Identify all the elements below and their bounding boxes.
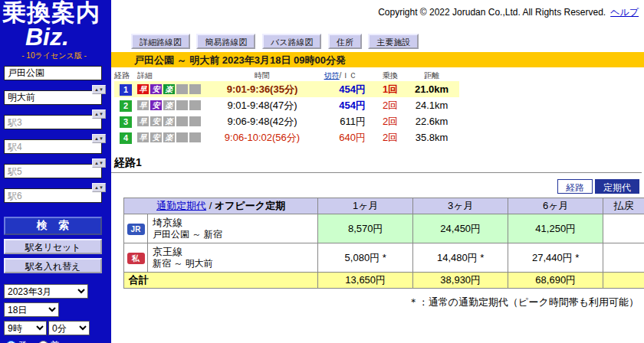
- page: 乗換案内 Biz. - 10ライセンス版 - ▲▼ ▲▼ ▲▼ ▲▼ ▲▼ 検 …: [0, 0, 644, 343]
- route-badges: 早 安 楽: [137, 100, 217, 110]
- header-sep: /: [206, 200, 215, 211]
- col-refund: 払戻: [603, 198, 644, 214]
- route-row-2[interactable]: 2 早 安 楽 9:01-9:48(47分) 454円 2回 24.1km: [114, 97, 459, 113]
- line-cell: 埼京線 戸田公園 ～ 新宿: [148, 214, 318, 243]
- swap-updown-icon[interactable]: ▲▼: [92, 85, 106, 94]
- inactive-badge-icon: [189, 116, 201, 126]
- commuter-pass-link[interactable]: 通勤定期代: [156, 200, 206, 211]
- facility-button[interactable]: 主要施設: [368, 34, 419, 49]
- route-number: 4: [120, 132, 132, 144]
- station-input-1[interactable]: [4, 66, 102, 80]
- logo-text: 乗換案内: [2, 1, 111, 25]
- license-label: - 10ライセンス版 -: [2, 51, 106, 61]
- col-route: 経路: [114, 70, 137, 81]
- col-fare: 切符/ＩＣ: [307, 70, 373, 81]
- minute-select[interactable]: 0分: [48, 321, 90, 335]
- inactive-badge-icon: [176, 84, 188, 94]
- swap-updown-icon[interactable]: ▲▼: [92, 158, 106, 168]
- route-row-3[interactable]: 3 早 安 楽 9:06-9:48(42分) 611円 2回 22.6km: [114, 113, 459, 129]
- station-input-4[interactable]: [4, 139, 102, 154]
- arrive-radio-label[interactable]: 着: [38, 340, 60, 343]
- route-fare: 454円: [307, 99, 373, 113]
- fare-1month: 5,080円 *: [318, 243, 413, 273]
- depart-arrive-group: 発 着: [6, 339, 111, 343]
- depart-radio-label[interactable]: 発: [6, 340, 28, 343]
- main-area: Copyright © 2022 Jorudan Co.,Ltd. All Ri…: [111, 0, 644, 343]
- total-3month: 38,930円: [413, 273, 508, 289]
- fast-badge-icon: 早: [137, 84, 149, 94]
- bus-map-button[interactable]: バス路線図: [262, 34, 322, 49]
- section-divider: [111, 172, 642, 173]
- footnote: ＊：通常の通勤定期代（ピーク時間帯も利用可能）: [111, 296, 639, 309]
- inactive-badge-icon: [189, 84, 201, 94]
- pass-type-header: 通勤定期代 / オフピーク定期: [124, 198, 318, 214]
- station-swap-button[interactable]: 駅名入れ替え: [4, 258, 102, 273]
- simple-map-button[interactable]: 簡易路線図: [196, 34, 255, 49]
- tab-route[interactable]: 経路: [557, 179, 593, 194]
- route-distance: 21.0km: [407, 83, 456, 95]
- total-label: 合計: [124, 273, 318, 289]
- col-time: 時間: [217, 70, 307, 81]
- route-transfers: 1回: [373, 83, 407, 96]
- easy-badge-icon: 楽: [163, 116, 175, 126]
- col-1month: 1ヶ月: [318, 198, 413, 214]
- fare-3month: 24,450円: [413, 214, 508, 243]
- route-time: 9:06-10:02(56分): [217, 131, 307, 145]
- cheap-badge-icon: 安: [150, 132, 162, 142]
- easy-badge-icon: 楽: [163, 84, 175, 94]
- depart-text: 発: [18, 340, 28, 343]
- carrier-cell: JR: [124, 214, 148, 243]
- search-button[interactable]: 検 索: [4, 217, 102, 235]
- results-header: 経路 詳細 時間 切符/ＩＣ 乗換 距離: [114, 70, 459, 81]
- route-time: 9:06-9:48(42分): [217, 115, 307, 129]
- station-input-2[interactable]: [4, 90, 102, 105]
- col-6month: 6ヶ月: [508, 198, 603, 214]
- refund-cell: [603, 243, 644, 273]
- route-fare: 640円: [307, 131, 373, 145]
- address-button[interactable]: 住所: [328, 34, 362, 49]
- fast-badge-icon: 早: [137, 116, 149, 126]
- route-row-1[interactable]: 1 早 安 楽 9:01-9:36(35分) 454円 1回 21.0km: [114, 81, 459, 97]
- route-transfers: 2回: [373, 115, 407, 129]
- fare-3month: 14,480円 *: [413, 243, 508, 273]
- ticket-link[interactable]: 切符: [324, 71, 340, 80]
- total-refund: [603, 273, 644, 289]
- route-results: 経路 詳細 時間 切符/ＩＣ 乗換 距離 1 早 安 楽 9:01-9:36(3…: [114, 70, 459, 145]
- route-fare: 611円: [307, 115, 373, 129]
- carrier-cell: 私: [124, 243, 148, 273]
- tab-pass[interactable]: 定期代: [595, 179, 639, 194]
- route-detail-heading: 経路1: [114, 156, 644, 170]
- station-input-5[interactable]: [4, 164, 102, 178]
- day-select[interactable]: 18日: [4, 302, 59, 317]
- route-fare: 454円: [307, 83, 373, 96]
- top-bar: Copyright © 2022 Jorudan Co.,Ltd. All Ri…: [111, 0, 644, 34]
- station-reset-button[interactable]: 駅名リセット: [4, 239, 102, 254]
- fare-row-jr: JR 埼京線 戸田公園 ～ 新宿 8,570円 24,450円 41,250円: [124, 214, 644, 243]
- cheap-badge-icon: 安: [150, 84, 162, 94]
- station-input-6[interactable]: [4, 188, 102, 203]
- station-input-3[interactable]: [4, 115, 102, 129]
- month-select[interactable]: 2023年3月: [4, 284, 88, 299]
- ic-label: /ＩＣ: [340, 71, 357, 80]
- swap-updown-icon[interactable]: ▲▼: [92, 134, 106, 143]
- hour-select[interactable]: 9時: [4, 321, 47, 335]
- col-distance: 距離: [407, 70, 456, 81]
- route-distance: 22.6km: [407, 116, 456, 127]
- fare-6month: 27,440円 *: [508, 243, 603, 273]
- fast-badge-icon: 早: [137, 100, 149, 110]
- line-cell: 京王線 新宿 ～ 明大前: [148, 243, 318, 273]
- swap-updown-icon[interactable]: ▲▼: [92, 109, 106, 119]
- line-name: 埼京線: [153, 217, 313, 229]
- easy-badge-icon: 楽: [163, 100, 175, 110]
- route-number: 1: [120, 84, 132, 96]
- arrive-text: 着: [50, 340, 60, 343]
- offpeak-label: オフピーク定期: [215, 200, 285, 211]
- route-row-4[interactable]: 4 早 安 楽 9:06-10:02(56分) 640円 2回 35.8km: [114, 129, 459, 145]
- swap-updown-icon[interactable]: ▲▼: [92, 183, 106, 192]
- detail-tabs: 経路 定期代: [111, 179, 639, 194]
- total-6month: 68,690円: [508, 273, 603, 289]
- help-link[interactable]: ヘルプ: [610, 7, 639, 18]
- copyright-text: Copyright © 2022 Jorudan Co.,Ltd. All Ri…: [378, 6, 639, 19]
- detailed-map-button[interactable]: 詳細路線図: [131, 34, 190, 49]
- route-badges: 早 安 楽: [137, 84, 217, 94]
